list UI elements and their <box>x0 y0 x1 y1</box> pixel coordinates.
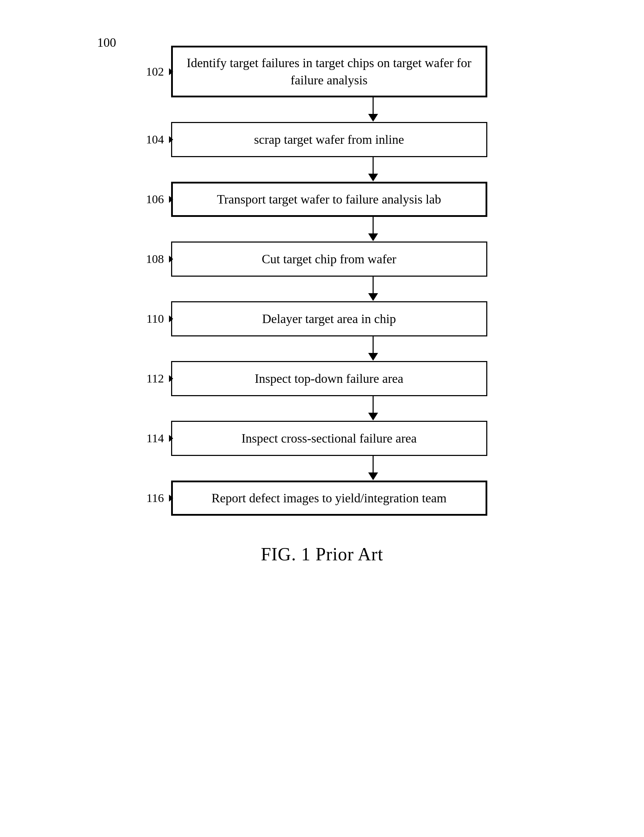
step-row-step-112: 112Inspect top-down failure area <box>133 361 568 396</box>
step-number-step-112: 112 <box>133 372 171 385</box>
figure-main-label: 100 <box>97 35 116 50</box>
step-box-step-110: Delayer target area in chip <box>171 301 487 336</box>
step-number-step-104: 104 <box>133 133 171 146</box>
step-number-step-114: 114 <box>133 432 171 445</box>
step-row-step-110: 110Delayer target area in chip <box>133 301 568 336</box>
flow-wrapper: 102Identify target failures in target ch… <box>133 35 568 516</box>
step-row-step-102: 102Identify target failures in target ch… <box>133 46 568 97</box>
step-box-step-108: Cut target chip from wafer <box>171 241 487 277</box>
arrow-4 <box>215 336 531 361</box>
step-box-step-114: Inspect cross-sectional failure area <box>171 421 487 456</box>
step-number-step-110: 110 <box>133 312 171 325</box>
step-row-step-116: 116Report defect images to yield/integra… <box>133 481 568 516</box>
step-box-step-104: scrap target wafer from inline <box>171 122 487 157</box>
step-number-step-102: 102 <box>133 65 171 79</box>
step-box-step-116: Report defect images to yield/integratio… <box>171 481 487 516</box>
arrow-5 <box>215 396 531 421</box>
step-row-step-108: 108Cut target chip from wafer <box>133 241 568 277</box>
arrow-3 <box>215 277 531 301</box>
step-box-step-106: Transport target wafer to failure analys… <box>171 182 487 217</box>
step-number-step-106: 106 <box>133 193 171 206</box>
step-number-step-116: 116 <box>133 491 171 505</box>
step-row-step-114: 114Inspect cross-sectional failure area <box>133 421 568 456</box>
arrow-1 <box>215 157 531 182</box>
arrow-6 <box>215 456 531 481</box>
figure-caption: FIG. 1 Prior Art <box>76 544 568 565</box>
step-number-step-108: 108 <box>133 253 171 266</box>
page: 100 102Identify target failures in targe… <box>0 0 644 837</box>
arrow-2 <box>215 217 531 241</box>
arrow-0 <box>215 97 531 122</box>
step-row-step-106: 106Transport target wafer to failure ana… <box>133 182 568 217</box>
step-row-step-104: 104scrap target wafer from inline <box>133 122 568 157</box>
step-box-step-102: Identify target failures in target chips… <box>171 46 487 97</box>
diagram-container: 100 102Identify target failures in targe… <box>76 21 568 565</box>
step-box-step-112: Inspect top-down failure area <box>171 361 487 396</box>
